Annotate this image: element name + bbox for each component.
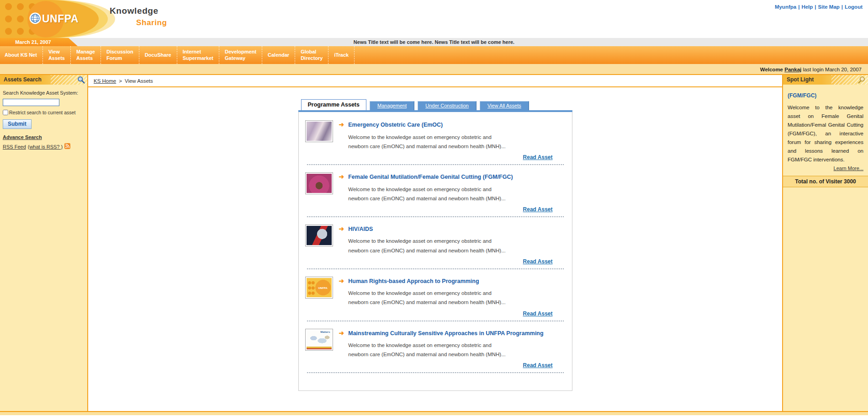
spot-light-header: Spot Light <box>783 75 868 85</box>
asset-item: ➜ HIV/AIDS Welcome to the knowledge asse… <box>299 219 572 271</box>
asset-thumbnail[interactable] <box>305 225 333 246</box>
top-links: Myunfpa|Help|Site Map|Logout <box>775 4 863 10</box>
nav-filler <box>355 46 868 64</box>
fgm-photo <box>307 174 332 193</box>
asset-title-link[interactable]: Emergency Obstetric Care (EmOC) <box>348 122 443 129</box>
nav-item-docushare[interactable]: DocuShare <box>139 46 177 64</box>
asset-item: Matters ➜ Mainstreaming Culturally Sensi… <box>299 323 572 375</box>
asset-title-link[interactable]: Female Genital Mutilation/Female Genital… <box>348 174 513 181</box>
welcome-label: Welcome <box>760 67 783 72</box>
asset-item: ➜ Emergency Obstetric Care (EmOC) Welcom… <box>299 115 572 167</box>
dotted-separator <box>307 372 564 373</box>
breadcrumb-separator: > <box>119 78 122 84</box>
read-asset-link[interactable]: Read Asset <box>523 258 553 265</box>
asset-title-link[interactable]: HIV/AIDS <box>348 226 373 233</box>
read-asset-link[interactable]: Read Asset <box>523 154 553 160</box>
un-emblem-icon <box>29 12 41 26</box>
unfpa-logo-thumb: UNFPA <box>307 278 332 297</box>
assets-search-header: Assets Search <box>0 75 87 85</box>
nav-item-manage-assets[interactable]: Manage Assets <box>71 46 101 64</box>
content-area: KS Home>View Assets Programme Assets Man… <box>88 75 782 411</box>
spot-light-text: Welcome to the knowledge asset on Female… <box>788 103 863 164</box>
nav-item-calendar[interactable]: Calendar <box>262 46 295 64</box>
last-login-text: last login March 20, 2007 <box>803 67 862 72</box>
asset-title-link[interactable]: Human Rights-based Approach to Programmi… <box>348 278 479 285</box>
dotted-separator <box>307 321 564 321</box>
asset-thumbnail[interactable] <box>305 120 333 142</box>
tab-programme-assets[interactable]: Programme Assets <box>301 99 366 110</box>
thumb-caption: UNFPA <box>318 287 328 289</box>
read-asset-link[interactable]: Read Asset <box>523 206 553 213</box>
tab-management[interactable]: Management <box>370 101 414 110</box>
date-label: March 21, 2007 <box>0 38 80 46</box>
asset-item: ➜ Female Genital Mutilation/Female Genit… <box>299 167 572 219</box>
breadcrumb-ks-home[interactable]: KS Home <box>94 78 116 84</box>
news-bar: March 21, 2007 News Title text will be c… <box>0 38 868 46</box>
spot-light-heading: (FGM/FGC) <box>788 92 863 99</box>
asset-thumbnail[interactable] <box>305 172 333 194</box>
tab-view-all-assets[interactable]: View All Assets <box>480 101 529 110</box>
arrow-icon: ➜ <box>339 278 344 307</box>
decor-dot <box>5 3 12 10</box>
learn-more-link[interactable]: Learn More... <box>834 166 863 171</box>
read-asset-link[interactable]: Read Asset <box>523 310 553 317</box>
restrict-row: Restrict search to current asset <box>3 110 85 115</box>
asset-description: Welcome to the knowledge asset on emerge… <box>348 236 511 255</box>
assets-panel: Programme Assets Management Under Constr… <box>298 99 572 391</box>
tab-under-construction[interactable]: Under Construction <box>418 101 476 110</box>
asset-item: UNFPA ➜ Human Rights-based Approach to P… <box>299 271 572 323</box>
top-link-help[interactable]: Help <box>801 4 813 10</box>
asset-title-link[interactable]: Mainstreaming Culturally Sensitive Appro… <box>348 330 543 337</box>
nav-item-global-directory[interactable]: Global Directory <box>295 46 328 64</box>
decor-dot <box>5 16 12 22</box>
site-title: Knowledge Sharing <box>110 6 167 27</box>
username-link[interactable]: Pankaj <box>784 67 801 72</box>
thumb-caption: Matters <box>320 331 330 333</box>
asset-thumbnail[interactable]: Matters <box>305 329 333 351</box>
read-asset-link[interactable]: Read Asset <box>523 362 553 369</box>
nav-item-about-ks-net[interactable]: About KS Net <box>0 46 43 64</box>
nav-item-internet-supermarket[interactable]: Internet Supermarket <box>177 46 219 64</box>
link-separator: | <box>842 4 843 10</box>
link-separator: | <box>798 4 799 10</box>
dotted-separator <box>307 268 564 269</box>
top-link-sitemap[interactable]: Site Map <box>818 4 840 10</box>
asset-description: Welcome to the knowledge asset on emerge… <box>348 289 511 307</box>
site-title-knowledge: Knowledge <box>110 6 167 16</box>
hiv-aids-photo <box>307 226 332 245</box>
top-link-myunfpa[interactable]: Myunfpa <box>775 4 796 10</box>
page: UNFPA Knowledge Sharing Myunfpa|Help|Sit… <box>0 0 868 417</box>
header: UNFPA Knowledge Sharing Myunfpa|Help|Sit… <box>0 0 868 38</box>
nav-item-discussion-forum[interactable]: Discussion Forum <box>101 46 139 64</box>
spot-light-sidebar: Spot Light (FGM/FGC) Welcome to the know… <box>782 75 868 411</box>
submit-button[interactable]: Submit <box>3 119 32 129</box>
asset-list: ➜ Emergency Obstetric Care (EmOC) Welcom… <box>298 112 572 391</box>
link-separator: | <box>815 4 816 10</box>
unfpa-logo-text: UNFPA <box>42 13 79 25</box>
decor-dot <box>17 16 24 22</box>
footer-strip <box>0 412 868 415</box>
asset-description: Welcome to the knowledge asset on emerge… <box>348 133 511 151</box>
decor-dot <box>17 3 24 10</box>
asset-thumbnail[interactable]: UNFPA <box>305 277 333 299</box>
top-link-logout[interactable]: Logout <box>845 4 863 10</box>
breadcrumb: KS Home>View Assets <box>88 75 782 87</box>
rss-icon[interactable] <box>64 143 70 150</box>
advance-search-link[interactable]: Advance Search <box>3 134 85 140</box>
search-label: Search Knowledge Asset System: <box>3 90 85 96</box>
asset-tabs: Programme Assets Management Under Constr… <box>298 99 572 110</box>
restrict-checkbox[interactable] <box>3 110 8 115</box>
arrow-icon: ➜ <box>339 330 344 359</box>
what-is-rss-link[interactable]: (what is RSS? ) <box>28 144 63 150</box>
dotted-separator <box>307 216 564 217</box>
rss-feed-link[interactable]: RSS Feed <box>3 144 26 150</box>
news-ticker-text: News Title text will be come here. News … <box>0 38 868 46</box>
search-input[interactable] <box>3 99 59 106</box>
dotted-separator <box>307 164 564 165</box>
nav-item-view-assets[interactable]: View Assets <box>43 46 71 64</box>
asset-description: Welcome to the knowledge asset on emerge… <box>348 185 511 203</box>
asset-description: Welcome to the knowledge asset on emerge… <box>348 341 511 359</box>
nav-item-itrack[interactable]: iTrack <box>328 46 355 64</box>
nav-item-development-gateway[interactable]: Development Gateway <box>219 46 262 64</box>
arrow-icon: ➜ <box>339 121 344 151</box>
